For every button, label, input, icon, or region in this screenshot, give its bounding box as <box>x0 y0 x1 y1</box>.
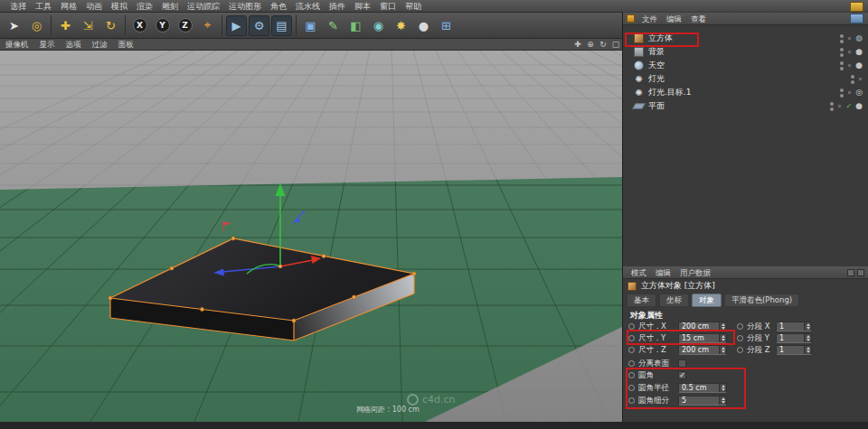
fillet-subdiv-input[interactable]: 5 <box>678 396 727 406</box>
lock-x-axis-icon[interactable]: X <box>129 15 150 36</box>
rotate-view-icon[interactable]: ↻ <box>597 39 609 51</box>
menu-select[interactable]: 选择 <box>5 0 31 13</box>
object-row-sky[interactable]: 天空 ● <box>623 59 868 72</box>
object-row-cube[interactable]: 立方体 ◍ <box>623 32 868 45</box>
menu-simulate[interactable]: 模拟 <box>107 0 132 13</box>
material-tag-icon[interactable]: ● <box>855 102 863 110</box>
key-circle[interactable] <box>628 397 635 404</box>
spline-pen-icon[interactable]: ✎ <box>323 15 344 36</box>
object-manager-icon[interactable] <box>627 14 635 23</box>
check-tag-icon[interactable]: ✓ <box>845 102 852 110</box>
spinner[interactable] <box>719 322 726 331</box>
gizmo-center[interactable] <box>278 265 282 268</box>
menu-mograph[interactable]: 运动图形 <box>224 0 266 13</box>
layer-swatch[interactable] <box>847 90 852 95</box>
vp-menu-display[interactable]: 显示 <box>34 39 61 51</box>
separate-surfaces-checkbox[interactable] <box>678 359 686 368</box>
vp-menu-panel[interactable]: 面板 <box>113 39 139 51</box>
object-row-plane[interactable]: 平面 ✓ ● <box>623 99 868 113</box>
layer-swatch[interactable] <box>847 36 852 41</box>
key-circle[interactable] <box>628 360 635 367</box>
spinner[interactable] <box>804 322 811 331</box>
menu-render[interactable]: 渲染 <box>132 0 157 13</box>
am-menu-mode[interactable]: 模式 <box>627 266 651 279</box>
move-tool-icon[interactable]: ✚ <box>55 15 76 36</box>
spinner[interactable] <box>804 334 811 342</box>
zoom-view-icon[interactable]: ⊕ <box>584 39 597 51</box>
fillet-checkbox[interactable]: ✓ <box>678 371 686 379</box>
select-tool-icon[interactable]: ➤ <box>4 15 24 36</box>
spinner[interactable] <box>719 396 726 405</box>
layer-swatch[interactable] <box>858 77 863 81</box>
menu-character[interactable]: 角色 <box>266 0 291 13</box>
visibility-dots[interactable] <box>840 34 844 43</box>
instance-icon[interactable]: ⊞ <box>436 15 457 36</box>
spinner[interactable] <box>719 334 726 342</box>
menu-window[interactable]: 窗口 <box>375 0 401 13</box>
menu-motion-tracker[interactable]: 运动跟踪 <box>183 0 224 13</box>
layer-swatch[interactable] <box>847 63 852 68</box>
size-z-input[interactable]: 200 cm <box>678 345 727 355</box>
key-circle[interactable] <box>628 372 635 378</box>
interface-layout-switcher[interactable] <box>850 2 863 23</box>
visibility-dots[interactable] <box>840 89 844 98</box>
object-row-background[interactable]: 背景 ● <box>623 45 868 59</box>
menu-tools[interactable]: 工具 <box>31 0 56 13</box>
live-selection-icon[interactable]: ◎ <box>26 15 47 36</box>
layout-icon-bottom[interactable] <box>850 14 863 23</box>
seg-x-input[interactable]: 1 <box>776 322 812 331</box>
target-tag-icon[interactable]: ◎ <box>855 89 863 97</box>
om-menu-file[interactable]: 文件 <box>637 13 662 25</box>
menu-sculpt[interactable]: 雕刻 <box>157 0 183 13</box>
size-x-input[interactable]: 200 cm <box>678 322 727 331</box>
visibility-dots[interactable] <box>851 75 854 84</box>
pan-view-icon[interactable]: ✚ <box>571 39 584 51</box>
vp-menu-filter[interactable]: 过滤 <box>87 39 113 51</box>
lock-y-axis-icon[interactable]: Y <box>152 15 173 36</box>
layer-swatch[interactable] <box>847 50 852 54</box>
key-circle[interactable] <box>628 323 635 330</box>
object-row-light[interactable]: ✺ 灯光 <box>623 72 868 86</box>
key-circle[interactable] <box>628 347 635 353</box>
spinner[interactable] <box>804 346 811 354</box>
layout-icon-top[interactable] <box>850 2 863 12</box>
fillet-radius-input[interactable]: 0.5 cm <box>678 383 727 393</box>
rotate-tool-icon[interactable]: ↻ <box>100 15 121 36</box>
maximize-view-icon[interactable]: ▢ <box>609 39 622 51</box>
menu-script[interactable]: 脚本 <box>350 0 375 13</box>
render-queue-icon[interactable]: ▤ <box>271 15 292 36</box>
material-tag-icon[interactable]: ● <box>855 48 863 56</box>
key-circle[interactable] <box>737 323 743 330</box>
spinner[interactable] <box>719 346 726 354</box>
tab-phong[interactable]: 平滑着色(Phong) <box>724 294 799 307</box>
render-settings-icon[interactable]: ⚙ <box>249 15 269 36</box>
scale-tool-icon[interactable]: ⇲ <box>78 15 99 36</box>
seg-y-input[interactable]: 1 <box>776 333 812 343</box>
am-menu-edit[interactable]: 编辑 <box>651 266 675 279</box>
seg-z-input[interactable]: 1 <box>776 345 812 355</box>
environment-icon[interactable]: ◧ <box>345 15 366 36</box>
size-y-input[interactable]: 15 cm <box>678 333 727 343</box>
key-circle[interactable] <box>628 385 635 391</box>
am-menu-userdata[interactable]: 用户数据 <box>675 266 715 279</box>
tab-basic[interactable]: 基本 <box>627 294 656 307</box>
key-circle[interactable] <box>737 347 743 353</box>
panel-menu-icon[interactable] <box>847 269 854 276</box>
lock-z-axis-icon[interactable]: Z <box>175 15 195 36</box>
menu-pipeline[interactable]: 流水线 <box>291 0 325 13</box>
tab-object[interactable]: 对象 <box>692 294 722 307</box>
light-icon[interactable]: ✸ <box>391 15 411 36</box>
tab-coordinates[interactable]: 坐标 <box>659 294 689 307</box>
visibility-dots[interactable] <box>830 102 834 111</box>
menu-mesh[interactable]: 网格 <box>56 0 81 13</box>
menu-animate[interactable]: 动画 <box>81 0 107 13</box>
key-circle[interactable] <box>737 335 743 341</box>
object-row-light-target[interactable]: ✺ 灯光.目标.1 ◎ <box>623 86 868 99</box>
material-tag-icon[interactable]: ● <box>855 61 863 70</box>
menu-help[interactable]: 帮助 <box>401 0 426 13</box>
viewport-3d[interactable]: c4d.cn 网格间距 : 100 cm <box>0 51 622 422</box>
vp-menu-options[interactable]: 选项 <box>61 39 87 51</box>
render-view-icon[interactable]: ▶ <box>226 15 247 36</box>
camera-icon[interactable]: ◉ <box>368 15 389 36</box>
om-menu-view[interactable]: 查看 <box>686 13 711 25</box>
